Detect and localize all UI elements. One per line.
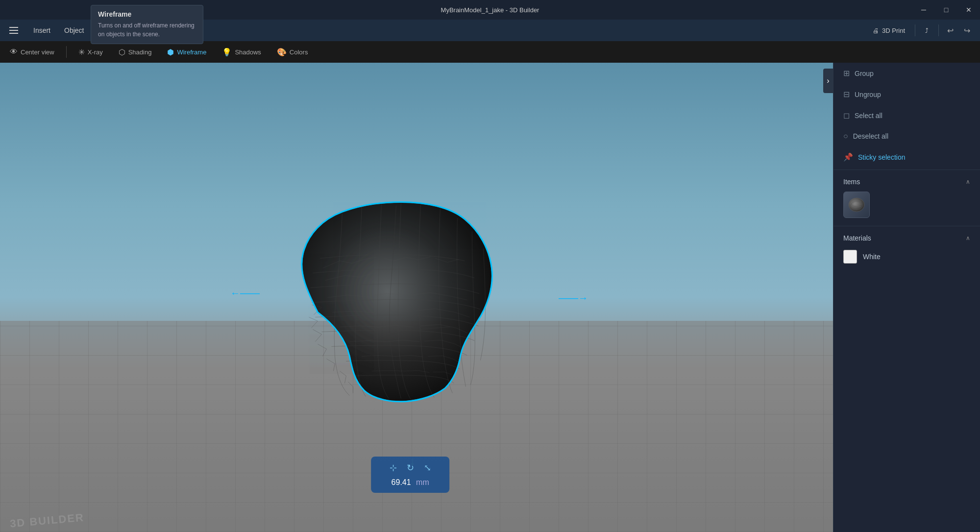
menu-insert[interactable]: Insert: [27, 24, 56, 37]
view-toolbar: 👁 Center view ✳ X-ray ⬡ Shading ⬢ Wirefr…: [0, 41, 980, 63]
colors-label: Colors: [290, 48, 308, 56]
tooltip-description: Turns on and off wireframe rendering on …: [98, 21, 196, 39]
wireframe-tooltip: Wireframe Turns on and off wireframe ren…: [91, 5, 203, 44]
material-name: White: [863, 253, 881, 261]
deselect-all-label: Deselect all: [853, 132, 888, 140]
window-title: MyBrainModel_1_jake - 3D Builder: [441, 6, 539, 14]
ungroup-label: Ungroup: [855, 91, 881, 98]
redo-button[interactable]: ↪: [959, 23, 974, 38]
eye-icon: 👁: [10, 48, 18, 56]
measurement-icons: ⊹ ↻ ⤡: [390, 462, 431, 473]
panel-collapse-arrow[interactable]: ›: [823, 69, 833, 93]
brain-model-container[interactable]: [269, 175, 523, 410]
panel-separator2: [833, 226, 980, 226]
sticky-selection-icon: 📌: [843, 152, 853, 162]
rotate-tool-icon[interactable]: ↻: [407, 462, 414, 473]
hamburger-line: [9, 33, 18, 34]
close-button[interactable]: ✕: [957, 0, 980, 20]
material-swatch: [843, 250, 857, 264]
shadows-label: Shadows: [235, 48, 261, 56]
center-view-label: Center view: [21, 48, 54, 56]
wireframe-button[interactable]: ⬢ Wireframe: [163, 46, 210, 59]
shadows-icon: 💡: [222, 48, 232, 57]
ungroup-icon: ⊟: [843, 90, 850, 99]
print3d-button[interactable]: 🖨 3D Print: [867, 24, 911, 37]
undo-redo-group: ↩ ↪: [943, 23, 974, 38]
print3d-label: 3D Print: [882, 27, 905, 34]
measurement-value: 69.41: [392, 478, 411, 486]
deselect-all-button[interactable]: ○ Deselect all: [833, 126, 980, 146]
xray-label: X-ray: [88, 48, 103, 56]
scale-tool-icon[interactable]: ⤡: [424, 462, 431, 473]
materials-section-header[interactable]: Materials ∧: [833, 228, 980, 246]
materials-label: Materials: [843, 234, 871, 242]
shadows-button[interactable]: 💡 Shadows: [218, 46, 265, 59]
item-thumbnail[interactable]: [843, 192, 870, 218]
materials-chevron-icon: ∧: [966, 235, 970, 242]
right-panel: ⋯ ⊞ Group ⊟ Ungroup ◻ Select all ○ Desel…: [833, 41, 980, 532]
shading-button[interactable]: ⬡ Shading: [115, 46, 156, 59]
minimize-button[interactable]: ─: [912, 0, 935, 20]
group-icon: ⊞: [843, 69, 850, 78]
items-grid: [833, 190, 980, 224]
select-all-label: Select all: [855, 112, 882, 120]
select-all-button[interactable]: ◻ Select all: [833, 105, 980, 126]
move-tool-icon[interactable]: ⊹: [390, 462, 397, 473]
xray-button[interactable]: ✳ X-ray: [74, 46, 107, 59]
item-thumb-svg: [847, 195, 866, 215]
measurement-display: 69.41 mm: [392, 478, 429, 487]
sticky-selection-label: Sticky selection: [858, 153, 905, 161]
titlebar-controls: ─ □ ✕: [912, 0, 980, 20]
sticky-selection-button[interactable]: 📌 Sticky selection: [833, 146, 980, 168]
menu-object[interactable]: Object: [58, 24, 90, 37]
toolbar-sep1: [66, 46, 67, 58]
items-label: Items: [843, 178, 860, 186]
3d-viewport[interactable]: ←—— ——→ ↓ 3D BUILDER ⊹ ↻ ⤡ 69.41 mm: [0, 63, 833, 532]
measurement-unit: mm: [416, 478, 429, 486]
hamburger-line: [9, 30, 18, 31]
center-view-button[interactable]: 👁 Center view: [6, 46, 58, 58]
shading-label: Shading: [128, 48, 152, 56]
group-label: Group: [855, 70, 874, 77]
items-chevron-icon: ∧: [966, 178, 970, 185]
group-button[interactable]: ⊞ Group: [833, 63, 980, 84]
menubar-right: 🖨 3D Print ⤴ ↩ ↪: [867, 20, 980, 41]
brain-model-svg: [269, 175, 523, 410]
xray-icon: ✳: [78, 48, 85, 57]
move-right-arrow[interactable]: ——→: [559, 292, 588, 304]
divider: [915, 24, 915, 36]
share-button[interactable]: ⤴: [919, 24, 934, 37]
move-left-arrow[interactable]: ←——: [230, 288, 260, 299]
divider2: [938, 24, 939, 36]
colors-button[interactable]: 🎨 Colors: [273, 46, 312, 59]
colors-icon: 🎨: [277, 48, 287, 57]
panel-separator1: [833, 169, 980, 170]
print3d-icon: 🖨: [873, 27, 879, 34]
hamburger-line: [9, 27, 18, 28]
deselect-all-icon: ○: [843, 132, 848, 141]
share-icon: ⤴: [925, 27, 929, 34]
ungroup-button[interactable]: ⊟ Ungroup: [833, 84, 980, 105]
wireframe-label: Wireframe: [177, 48, 206, 56]
items-section-header[interactable]: Items ∧: [833, 172, 980, 190]
undo-button[interactable]: ↩: [943, 23, 957, 38]
wireframe-icon: ⬢: [167, 48, 174, 57]
hamburger-menu[interactable]: [5, 22, 23, 39]
measurement-bar: ⊹ ↻ ⤡ 69.41 mm: [371, 457, 449, 493]
material-item-white[interactable]: White: [833, 246, 980, 267]
tooltip-title: Wireframe: [98, 10, 196, 18]
select-all-icon: ◻: [843, 111, 850, 120]
maximize-button[interactable]: □: [935, 0, 957, 20]
shading-icon: ⬡: [119, 48, 125, 57]
